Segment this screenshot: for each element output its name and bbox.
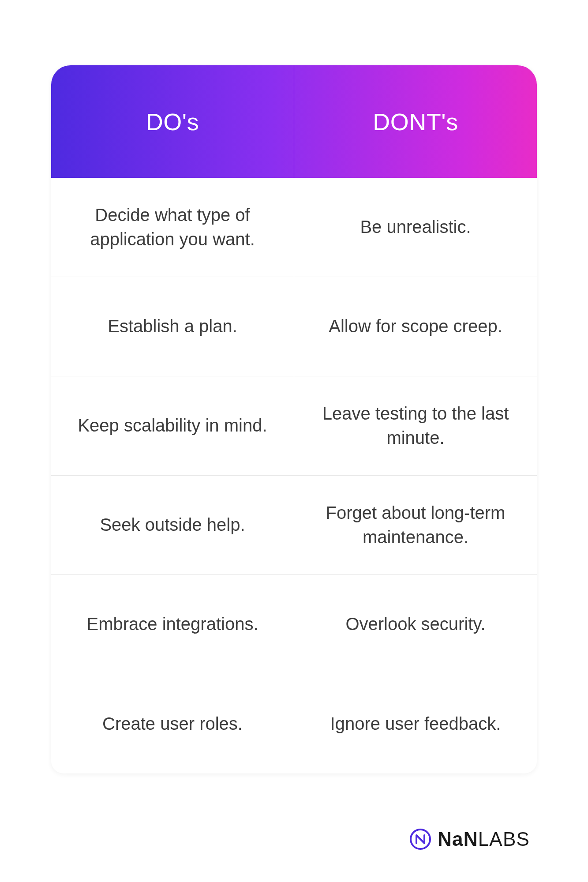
- table-row: Seek outside help. Forget about long-ter…: [51, 476, 537, 575]
- dont-cell: Ignore user feedback.: [294, 674, 537, 773]
- do-cell: Establish a plan.: [51, 277, 294, 376]
- dont-cell: Be unrealistic.: [294, 178, 537, 277]
- dos-donts-table: DO's DONT's Decide what type of applicat…: [51, 65, 537, 773]
- brand-name-bold: NaN: [438, 828, 478, 850]
- table-row: Keep scalability in mind. Leave testing …: [51, 376, 537, 476]
- brand-name-light: LABS: [478, 828, 530, 850]
- nan-circle-icon: [409, 828, 431, 850]
- do-cell: Decide what type of application you want…: [51, 178, 294, 277]
- header-dos: DO's: [51, 65, 294, 178]
- header-donts: DONT's: [294, 65, 537, 178]
- table-header-row: DO's DONT's: [51, 65, 537, 178]
- dont-cell: Leave testing to the last minute.: [294, 376, 537, 475]
- table-row: Establish a plan. Allow for scope creep.: [51, 277, 537, 376]
- dont-cell: Overlook security.: [294, 575, 537, 674]
- dont-cell: Allow for scope creep.: [294, 277, 537, 376]
- do-cell: Create user roles.: [51, 674, 294, 773]
- table-row: Embrace integrations. Overlook security.: [51, 575, 537, 674]
- brand-footer: NaNLABS: [409, 828, 530, 850]
- table-row: Create user roles. Ignore user feedback.: [51, 674, 537, 773]
- brand-name: NaNLABS: [438, 828, 530, 850]
- do-cell: Seek outside help.: [51, 476, 294, 574]
- do-cell: Embrace integrations.: [51, 575, 294, 674]
- table-row: Decide what type of application you want…: [51, 178, 537, 277]
- dont-cell: Forget about long-term maintenance.: [294, 476, 537, 574]
- do-cell: Keep scalability in mind.: [51, 376, 294, 475]
